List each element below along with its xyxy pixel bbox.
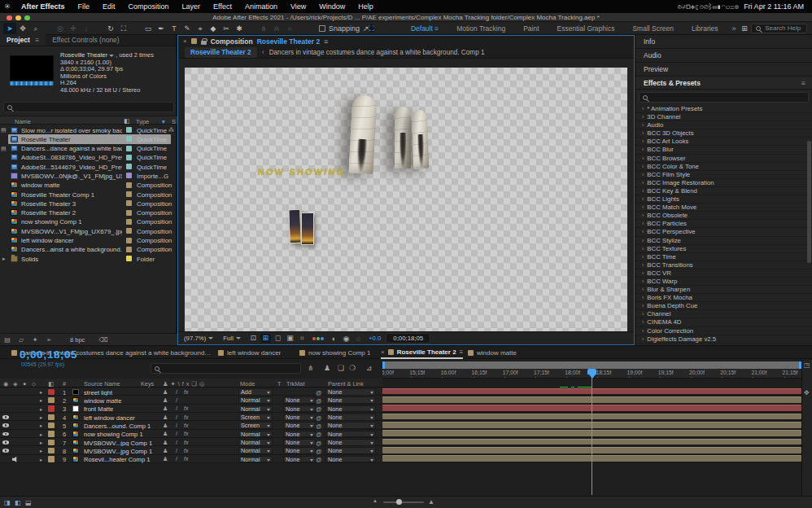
camera-tool[interactable]: ⛶ [117,23,130,34]
blend-mode-dropdown[interactable]: Screen [238,414,273,421]
trkmat-dropdown[interactable]: None [283,405,316,413]
project-item-name[interactable]: Roseville Theater 2 [21,209,122,217]
chevron-right-icon[interactable]: › [642,204,644,210]
label-column-icon[interactable]: ◧ [48,380,54,388]
label-color-swatch[interactable] [126,247,132,252]
project-item-name[interactable]: left window dancer [21,237,122,244]
chevron-right-icon[interactable]: › [642,311,644,317]
project-item-row[interactable]: MVSBOWV...0Njk@._V1_FMjpg_UX679_.jpgImpo… [0,171,177,180]
delete-item-icon[interactable]: ⌫ [98,336,107,344]
effects-category[interactable]: ›BCC Time [635,253,812,261]
project-item-name[interactable]: Roseville Theater [21,136,122,143]
trkmat-dropdown[interactable]: None [283,414,316,421]
timeline-zoom-slider[interactable] [383,501,424,503]
layer-label-swatch[interactable] [48,448,55,454]
twirl-icon[interactable]: ▸ [40,448,42,454]
label-color-swatch[interactable] [126,173,132,178]
project-item-row[interactable]: Roseville TheaterQuickTime [0,134,177,143]
project-item-name[interactable]: Roseville Theater 3 [21,200,122,208]
playhead-line[interactable] [592,369,592,495]
fx-icon[interactable]: fx [184,440,188,445]
timeline-tab-left-window-dancer[interactable]: left window dancer [218,346,281,359]
choose-grid-options-icon[interactable]: ⊡ [248,334,259,343]
type-tool[interactable]: T [168,23,181,34]
label-color-swatch[interactable] [126,228,132,234]
chevron-right-icon[interactable]: › [642,147,644,152]
parent-pickwhip-icon[interactable]: @ [316,440,321,447]
project-flowchart-icon[interactable]: ➢ [45,336,53,344]
shy-icon[interactable]: ♟ [163,389,168,396]
workspace-tab-libraries[interactable]: Libraries [683,22,727,35]
project-item-name[interactable]: Dancers...dance against a white backgrou… [21,145,122,152]
effects-category[interactable]: ›BCC Browser [635,155,812,163]
project-item-row[interactable]: left window dancerComposition [0,236,177,245]
layer-row[interactable]: ▸8MVSBOWV...jpg Comp 1♟/fxNormalNone@Non… [0,446,382,454]
puppet-pin-tool[interactable]: ✱ [233,23,246,34]
workspace-overflow-chevron[interactable]: » [727,24,741,33]
column-s[interactable]: S [172,118,176,125]
effects-category[interactable]: ›BCC Particles [635,220,812,228]
pixel-aspect-correction-icon[interactable]: ⌗ [297,334,308,343]
layer-row[interactable]: ▸5Dancers...ound. Comp 1♟/fxScreenNone@N… [0,421,382,429]
twirl-icon[interactable]: ▸ [40,389,42,396]
project-item-row[interactable]: AdobeSt...0838786_Video_HD_Preview.movQu… [0,153,177,162]
roto-brush-tool[interactable]: ✂ [220,23,233,34]
blend-mode-dropdown[interactable]: Normal [238,456,273,463]
effects-search-input[interactable] [639,92,809,103]
timeline-zoom-handle[interactable] [396,499,402,505]
chevron-right-icon[interactable]: › [642,138,644,144]
viewer-tab-other[interactable]: Dancers in vintage costumes dance agains… [269,49,485,56]
close-panel-icon[interactable]: × [183,37,187,45]
effects-category[interactable]: ›Channel [635,310,812,318]
chevron-right-icon[interactable]: › [642,229,644,234]
switches-column-icons[interactable]: ♟✦\fx❏◎ [163,380,207,388]
fx-icon[interactable]: fx [184,414,188,420]
layer-name[interactable]: street light [84,389,159,396]
layer-name[interactable]: MVSBOWV...jpg Comp 1 [84,440,159,447]
project-item-row[interactable]: ▤Slow mo...r isolated over smoky backgro… [0,125,177,134]
frame-blend-master-icon[interactable]: ❏ [338,364,344,372]
chevron-right-icon[interactable]: › [642,287,644,292]
viewer-tab-chevron[interactable]: ‹ [262,48,264,56]
snapping-checkbox[interactable] [319,25,325,32]
siri-icon[interactable]: ◍ [735,2,739,11]
layer-name[interactable]: MVSBOWV...jpg Comp 1 [84,448,159,455]
shy-icon[interactable]: ♟ [163,397,168,404]
parent-dropdown[interactable]: None [325,388,376,396]
trkmat-dropdown[interactable]: None [283,422,316,429]
menu-item-edit[interactable]: Edit [96,2,122,11]
project-item-name[interactable]: MVSBOWV...0Njk@._V1_FMjpg_UX679_.jpg [21,173,122,180]
project-item-row[interactable]: ▤Dancers...dance against a white backgro… [0,144,177,153]
menu-item-effect[interactable]: Effect [207,2,238,11]
label-color-swatch[interactable] [126,127,132,133]
quality-icon[interactable]: / [176,397,177,403]
transparency-grid-icon[interactable]: ⊞ [260,334,271,343]
panel-tab-info[interactable]: Info [635,35,812,49]
apple-menu-icon[interactable]: ⍟ [0,2,15,11]
scale-around-center-icon[interactable]: ↗ [363,24,369,33]
project-item-name[interactable]: Slow mo...r isolated over smoky backgrou… [21,127,122,134]
effects-category[interactable]: ›* Animation Presets [635,105,812,113]
graph-editor-icon[interactable]: ⊿ [366,364,373,372]
chevron-right-icon[interactable]: › [642,328,644,334]
layer-label-swatch[interactable] [48,414,55,421]
snapping-control[interactable]: Snapping ↗⛶ [319,23,374,34]
project-item-name[interactable]: Dancers...ainst a white background. Comp… [21,246,122,253]
expand-in-out-icon[interactable]: ⬓ [25,499,32,506]
menu-item-help[interactable]: Help [351,2,380,11]
audio-speaker-icon[interactable] [12,457,18,462]
label-color-swatch[interactable] [126,155,132,160]
parent-dropdown[interactable]: None [325,431,376,438]
show-snapshot-icon[interactable]: ◌ [353,335,364,343]
effects-category[interactable]: ›Buena Depth Cue [635,302,812,310]
layer-name[interactable]: Rosevil...heater Comp 1 [84,456,159,463]
workspace-tab-default[interactable]: Default ≡ [402,22,447,35]
shy-icon[interactable]: ♟ [163,456,168,462]
fx-icon[interactable]: fx [184,405,188,411]
zoom-out-mountain-icon[interactable]: ▲ [373,498,378,503]
effects-category[interactable]: ›BCC Warp [635,278,812,286]
project-item-name[interactable]: window matte [21,182,122,189]
shy-icon[interactable]: ♟ [163,405,168,412]
trkmat-dropdown[interactable]: None [283,439,316,446]
panel-menu-icon[interactable]: ≡ [801,77,805,90]
